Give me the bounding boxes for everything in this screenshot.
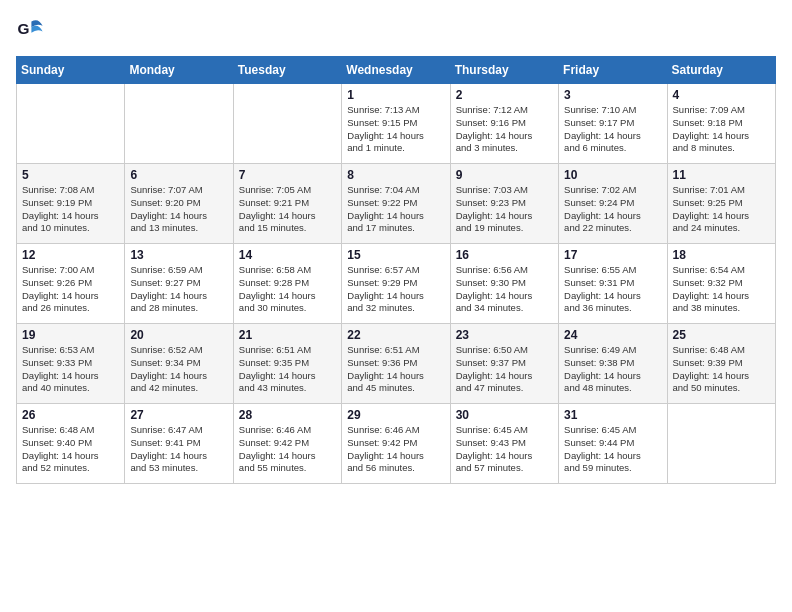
calendar-cell: 2Sunrise: 7:12 AM Sunset: 9:16 PM Daylig… <box>450 84 558 164</box>
day-number: 1 <box>347 88 444 102</box>
day-number: 21 <box>239 328 336 342</box>
calendar-cell: 23Sunrise: 6:50 AM Sunset: 9:37 PM Dayli… <box>450 324 558 404</box>
calendar-cell: 22Sunrise: 6:51 AM Sunset: 9:36 PM Dayli… <box>342 324 450 404</box>
day-content: Sunrise: 6:53 AM Sunset: 9:33 PM Dayligh… <box>22 344 119 395</box>
day-content: Sunrise: 7:13 AM Sunset: 9:15 PM Dayligh… <box>347 104 444 155</box>
calendar-cell: 21Sunrise: 6:51 AM Sunset: 9:35 PM Dayli… <box>233 324 341 404</box>
calendar-cell: 27Sunrise: 6:47 AM Sunset: 9:41 PM Dayli… <box>125 404 233 484</box>
weekday-header-thursday: Thursday <box>450 57 558 84</box>
day-number: 12 <box>22 248 119 262</box>
day-content: Sunrise: 6:55 AM Sunset: 9:31 PM Dayligh… <box>564 264 661 315</box>
day-number: 24 <box>564 328 661 342</box>
calendar-cell: 5Sunrise: 7:08 AM Sunset: 9:19 PM Daylig… <box>17 164 125 244</box>
calendar-cell: 13Sunrise: 6:59 AM Sunset: 9:27 PM Dayli… <box>125 244 233 324</box>
day-content: Sunrise: 6:48 AM Sunset: 9:39 PM Dayligh… <box>673 344 770 395</box>
day-content: Sunrise: 7:02 AM Sunset: 9:24 PM Dayligh… <box>564 184 661 235</box>
day-content: Sunrise: 6:50 AM Sunset: 9:37 PM Dayligh… <box>456 344 553 395</box>
calendar-cell: 12Sunrise: 7:00 AM Sunset: 9:26 PM Dayli… <box>17 244 125 324</box>
svg-text:G: G <box>17 20 29 37</box>
day-content: Sunrise: 7:04 AM Sunset: 9:22 PM Dayligh… <box>347 184 444 235</box>
weekday-header-saturday: Saturday <box>667 57 775 84</box>
day-number: 3 <box>564 88 661 102</box>
calendar-cell: 17Sunrise: 6:55 AM Sunset: 9:31 PM Dayli… <box>559 244 667 324</box>
day-content: Sunrise: 6:59 AM Sunset: 9:27 PM Dayligh… <box>130 264 227 315</box>
day-content: Sunrise: 6:58 AM Sunset: 9:28 PM Dayligh… <box>239 264 336 315</box>
day-number: 20 <box>130 328 227 342</box>
day-content: Sunrise: 6:54 AM Sunset: 9:32 PM Dayligh… <box>673 264 770 315</box>
day-content: Sunrise: 6:46 AM Sunset: 9:42 PM Dayligh… <box>347 424 444 475</box>
day-number: 25 <box>673 328 770 342</box>
day-number: 9 <box>456 168 553 182</box>
calendar-cell: 26Sunrise: 6:48 AM Sunset: 9:40 PM Dayli… <box>17 404 125 484</box>
calendar-cell: 6Sunrise: 7:07 AM Sunset: 9:20 PM Daylig… <box>125 164 233 244</box>
calendar-table: SundayMondayTuesdayWednesdayThursdayFrid… <box>16 56 776 484</box>
calendar-cell <box>125 84 233 164</box>
logo-icon: G <box>16 16 44 44</box>
weekday-header-tuesday: Tuesday <box>233 57 341 84</box>
calendar-cell <box>667 404 775 484</box>
calendar-cell <box>233 84 341 164</box>
calendar-cell: 11Sunrise: 7:01 AM Sunset: 9:25 PM Dayli… <box>667 164 775 244</box>
calendar-cell <box>17 84 125 164</box>
day-content: Sunrise: 6:46 AM Sunset: 9:42 PM Dayligh… <box>239 424 336 475</box>
day-content: Sunrise: 6:52 AM Sunset: 9:34 PM Dayligh… <box>130 344 227 395</box>
calendar-cell: 3Sunrise: 7:10 AM Sunset: 9:17 PM Daylig… <box>559 84 667 164</box>
day-content: Sunrise: 6:56 AM Sunset: 9:30 PM Dayligh… <box>456 264 553 315</box>
calendar-week-5: 26Sunrise: 6:48 AM Sunset: 9:40 PM Dayli… <box>17 404 776 484</box>
day-content: Sunrise: 6:57 AM Sunset: 9:29 PM Dayligh… <box>347 264 444 315</box>
day-content: Sunrise: 6:45 AM Sunset: 9:44 PM Dayligh… <box>564 424 661 475</box>
day-content: Sunrise: 7:09 AM Sunset: 9:18 PM Dayligh… <box>673 104 770 155</box>
logo: G <box>16 16 48 44</box>
day-content: Sunrise: 7:01 AM Sunset: 9:25 PM Dayligh… <box>673 184 770 235</box>
day-number: 18 <box>673 248 770 262</box>
day-number: 17 <box>564 248 661 262</box>
calendar-cell: 1Sunrise: 7:13 AM Sunset: 9:15 PM Daylig… <box>342 84 450 164</box>
day-number: 23 <box>456 328 553 342</box>
day-content: Sunrise: 6:49 AM Sunset: 9:38 PM Dayligh… <box>564 344 661 395</box>
calendar-cell: 4Sunrise: 7:09 AM Sunset: 9:18 PM Daylig… <box>667 84 775 164</box>
day-content: Sunrise: 7:10 AM Sunset: 9:17 PM Dayligh… <box>564 104 661 155</box>
calendar-cell: 25Sunrise: 6:48 AM Sunset: 9:39 PM Dayli… <box>667 324 775 404</box>
calendar-cell: 28Sunrise: 6:46 AM Sunset: 9:42 PM Dayli… <box>233 404 341 484</box>
day-content: Sunrise: 7:00 AM Sunset: 9:26 PM Dayligh… <box>22 264 119 315</box>
calendar-cell: 8Sunrise: 7:04 AM Sunset: 9:22 PM Daylig… <box>342 164 450 244</box>
calendar-week-2: 5Sunrise: 7:08 AM Sunset: 9:19 PM Daylig… <box>17 164 776 244</box>
day-number: 22 <box>347 328 444 342</box>
day-content: Sunrise: 7:12 AM Sunset: 9:16 PM Dayligh… <box>456 104 553 155</box>
calendar-cell: 9Sunrise: 7:03 AM Sunset: 9:23 PM Daylig… <box>450 164 558 244</box>
calendar-week-3: 12Sunrise: 7:00 AM Sunset: 9:26 PM Dayli… <box>17 244 776 324</box>
weekday-header-sunday: Sunday <box>17 57 125 84</box>
day-number: 4 <box>673 88 770 102</box>
day-number: 14 <box>239 248 336 262</box>
calendar-cell: 30Sunrise: 6:45 AM Sunset: 9:43 PM Dayli… <box>450 404 558 484</box>
calendar-cell: 24Sunrise: 6:49 AM Sunset: 9:38 PM Dayli… <box>559 324 667 404</box>
day-number: 13 <box>130 248 227 262</box>
day-number: 8 <box>347 168 444 182</box>
calendar-week-1: 1Sunrise: 7:13 AM Sunset: 9:15 PM Daylig… <box>17 84 776 164</box>
calendar-cell: 29Sunrise: 6:46 AM Sunset: 9:42 PM Dayli… <box>342 404 450 484</box>
calendar-cell: 18Sunrise: 6:54 AM Sunset: 9:32 PM Dayli… <box>667 244 775 324</box>
day-number: 16 <box>456 248 553 262</box>
day-number: 6 <box>130 168 227 182</box>
calendar-cell: 14Sunrise: 6:58 AM Sunset: 9:28 PM Dayli… <box>233 244 341 324</box>
calendar-cell: 19Sunrise: 6:53 AM Sunset: 9:33 PM Dayli… <box>17 324 125 404</box>
day-content: Sunrise: 6:48 AM Sunset: 9:40 PM Dayligh… <box>22 424 119 475</box>
calendar-cell: 7Sunrise: 7:05 AM Sunset: 9:21 PM Daylig… <box>233 164 341 244</box>
day-content: Sunrise: 6:45 AM Sunset: 9:43 PM Dayligh… <box>456 424 553 475</box>
day-content: Sunrise: 6:51 AM Sunset: 9:36 PM Dayligh… <box>347 344 444 395</box>
day-number: 11 <box>673 168 770 182</box>
day-number: 29 <box>347 408 444 422</box>
day-number: 30 <box>456 408 553 422</box>
day-number: 28 <box>239 408 336 422</box>
calendar-cell: 10Sunrise: 7:02 AM Sunset: 9:24 PM Dayli… <box>559 164 667 244</box>
weekday-header-wednesday: Wednesday <box>342 57 450 84</box>
day-content: Sunrise: 7:08 AM Sunset: 9:19 PM Dayligh… <box>22 184 119 235</box>
day-number: 7 <box>239 168 336 182</box>
day-content: Sunrise: 6:47 AM Sunset: 9:41 PM Dayligh… <box>130 424 227 475</box>
weekday-header-row: SundayMondayTuesdayWednesdayThursdayFrid… <box>17 57 776 84</box>
weekday-header-friday: Friday <box>559 57 667 84</box>
day-content: Sunrise: 6:51 AM Sunset: 9:35 PM Dayligh… <box>239 344 336 395</box>
day-number: 26 <box>22 408 119 422</box>
calendar-cell: 16Sunrise: 6:56 AM Sunset: 9:30 PM Dayli… <box>450 244 558 324</box>
header: G <box>16 16 776 44</box>
